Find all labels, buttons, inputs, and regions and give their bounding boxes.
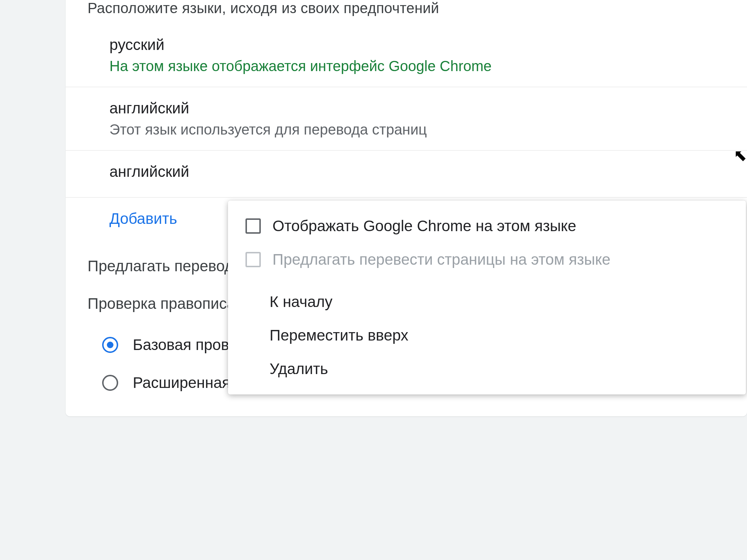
language-name: английский	[109, 163, 747, 180]
menu-separator	[228, 276, 746, 285]
checkbox-icon[interactable]	[245, 218, 261, 234]
language-row[interactable]: английский Этот язык используется для пе…	[66, 87, 747, 150]
language-row[interactable]: русский На этом языке отображается интер…	[66, 24, 747, 87]
language-subtext: Этот язык используется для перевода стра…	[109, 121, 747, 138]
menu-item-label: Отображать Google Chrome на этом языке	[272, 217, 576, 235]
radio-icon[interactable]	[102, 337, 118, 353]
card-header: Расположите языки, исходя из своих предп…	[66, 0, 747, 24]
add-language-link[interactable]: Добавить	[109, 210, 177, 227]
language-name: английский	[109, 100, 747, 117]
cursor-icon: ⬉	[734, 146, 747, 164]
menu-remove[interactable]: Удалить	[228, 352, 746, 386]
menu-display-chrome[interactable]: Отображать Google Chrome на этом языке	[228, 209, 746, 243]
menu-item-label: Предлагать перевести страницы на этом яз…	[272, 251, 611, 268]
menu-move-up[interactable]: Переместить вверх	[228, 319, 746, 352]
menu-move-to-top[interactable]: К началу	[228, 285, 746, 319]
checkbox-icon	[245, 252, 261, 267]
menu-offer-translate: Предлагать перевести страницы на этом яз…	[228, 243, 746, 276]
radio-icon[interactable]	[102, 375, 118, 391]
language-row[interactable]: английский	[66, 150, 747, 197]
language-name: русский	[109, 36, 747, 54]
language-context-menu: Отображать Google Chrome на этом языке П…	[228, 201, 746, 394]
language-subtext: На этом языке отображается интерфейс Goo…	[109, 58, 747, 74]
